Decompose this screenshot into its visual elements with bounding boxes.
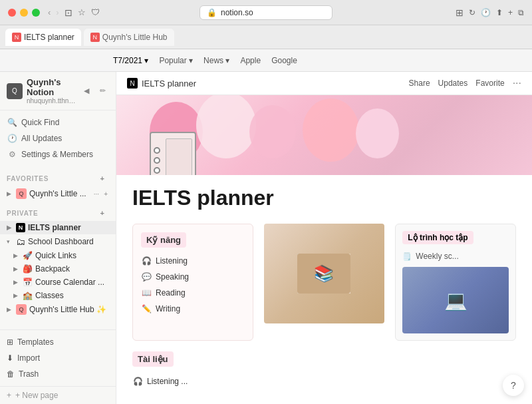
favorite-button[interactable]: Favorite <box>475 79 504 88</box>
new-page-button[interactable]: + + New page <box>0 386 116 404</box>
weekly-sc-item[interactable]: 🗒️ Weekly sc... <box>402 250 509 263</box>
nav-news[interactable]: News ▾ <box>203 56 229 65</box>
content-header-left: N IELTS planner <box>127 78 196 89</box>
sidebar-item-import[interactable]: ⬇ Import <box>0 350 116 366</box>
laptop-image: 💻 <box>402 267 509 333</box>
tab-2-label: Quynh's Little Hub <box>102 33 168 42</box>
screen-share-icon[interactable]: ⊞ <box>456 7 464 18</box>
copy-icon[interactable]: ⧉ <box>518 8 524 17</box>
sidebar-item-backpack[interactable]: ▶ 🎒 Backpack <box>0 262 116 276</box>
user-email: nhuquynh.tthn@imap... <box>27 97 76 104</box>
nav-popular[interactable]: Popular ▾ <box>159 56 193 65</box>
sidebar-item-ielts-planner[interactable]: ▶ N IELTS planner <box>0 221 116 234</box>
sidebar-toggle[interactable]: ⊡ <box>65 7 72 18</box>
user-avatar: Q <box>7 83 23 99</box>
classes-emoji: 🏫 <box>23 291 33 300</box>
balloon-4 <box>303 99 359 162</box>
help-button[interactable]: ? <box>503 375 524 396</box>
star-icon[interactable]: ☆ <box>78 7 86 17</box>
sidebar-item-quick-links[interactable]: ▶ 🚀 Quick Links <box>0 249 116 262</box>
balloon-5 <box>356 108 399 158</box>
sidebar-menu: 🔍 Quick Find 🕐 All Updates ⚙ Settings & … <box>0 110 116 166</box>
add-private-icon[interactable]: + <box>96 206 109 220</box>
sidebar-item-all-updates[interactable]: 🕐 All Updates <box>0 130 116 146</box>
templates-icon: ⊞ <box>7 337 13 347</box>
content-area: N IELTS planner Share Updates Favorite ·… <box>116 72 532 404</box>
page-title: IELTS planner <box>132 186 516 210</box>
speaking-label: Speaking <box>156 272 189 282</box>
refresh-icon[interactable]: ↻ <box>469 8 475 17</box>
lock-icon: 🔒 <box>207 8 217 17</box>
title-bar: ‹ › ⊡ ☆ 🛡 🔒 notion.so ⊞ ↻ 🕐 ⬆ + ⧉ <box>0 0 532 25</box>
sidebar-item-settings[interactable]: ⚙ Settings & Members <box>0 146 116 162</box>
sidebar-item-classes[interactable]: ▶ 🏫 Classes <box>0 289 116 302</box>
share-button[interactable]: Share <box>409 79 430 88</box>
nav-apple[interactable]: Apple <box>240 56 261 65</box>
tab-ielts-planner[interactable]: N IELTS planner <box>5 29 81 46</box>
more-options-button[interactable]: ··· <box>513 77 521 89</box>
sidebar-item-school-dashboard[interactable]: ▾ 🗂 School Dashboard <box>0 234 116 249</box>
balloon-3 <box>249 105 296 158</box>
sidebar: Q Quynh's Notion nhuquynh.tthn@imap... ◀… <box>0 72 116 404</box>
import-label: Import <box>17 353 40 363</box>
favorites-dots-icon[interactable]: ··· <box>92 190 100 198</box>
chevron-right-icon: ▶ <box>7 190 13 197</box>
close-button[interactable] <box>8 9 16 17</box>
chevron-quick-links-icon: ▶ <box>13 252 20 259</box>
sidebar-item-quynh-little[interactable]: ▶ Q Quynh's Little ... ··· + <box>0 186 116 201</box>
sidebar-new-page-icon[interactable]: ✏ <box>96 85 109 98</box>
favorites-label: FAVORITES <box>7 175 49 182</box>
school-dashboard-label: School Dashboard <box>28 237 94 246</box>
private-actions: + <box>96 206 109 220</box>
tab-quynh-hub[interactable]: N Quynh's Little Hub <box>84 29 174 46</box>
ielts-planner-label: IELTS planner <box>28 223 81 232</box>
minimize-button[interactable] <box>20 9 28 17</box>
page-notion-icon: N <box>127 78 138 89</box>
quynh-little-label: Quynh's Little ... <box>29 189 86 198</box>
url-input[interactable]: 🔒 notion.so <box>200 5 332 20</box>
notebook-rings <box>154 147 160 174</box>
speaking-item[interactable]: 💬 Speaking <box>141 269 245 285</box>
sidebar-header-icons: ◀ ✏ <box>80 85 109 98</box>
chevron-hub-icon: ▶ <box>7 306 13 313</box>
sidebar-bottom: ⊞ Templates ⬇ Import 🗑 Trash <box>0 329 116 386</box>
tai-lieu-title: Tài liệu <box>132 351 174 367</box>
maximize-button[interactable] <box>32 9 40 17</box>
listening-doc-item[interactable]: 🎧 Listening ... <box>132 373 516 389</box>
forward-button[interactable]: › <box>56 7 59 17</box>
nav-date[interactable]: T7/2021 ▾ <box>113 56 148 65</box>
nav-google[interactable]: Google <box>271 56 297 65</box>
main-layout: Q Quynh's Notion nhuquynh.tthn@imap... ◀… <box>0 72 532 404</box>
updates-button[interactable]: Updates <box>438 79 468 88</box>
private-section-header: PRIVATE + <box>0 201 116 221</box>
writing-item[interactable]: ✏️ Writing <box>141 301 245 317</box>
listening-icon: 🎧 <box>141 256 152 266</box>
favorites-add-icon[interactable]: + <box>102 190 109 198</box>
sidebar-item-quick-find[interactable]: 🔍 Quick Find <box>0 114 116 130</box>
sidebar-item-quynh-hub[interactable]: ▶ Q Quynh's Little Hub ✨ <box>0 302 116 317</box>
backpack-emoji: 🎒 <box>23 264 33 274</box>
ky-nang-title: Kỹ năng <box>141 232 186 248</box>
back-button[interactable]: ‹ <box>48 7 51 17</box>
classes-label: Classes <box>35 291 64 300</box>
sidebar-item-trash[interactable]: 🗑 Trash <box>0 366 116 382</box>
sidebar-collapse-icon[interactable]: ◀ <box>80 85 93 98</box>
notebook-icon <box>150 132 196 175</box>
share-icon[interactable]: ⬆ <box>496 8 503 17</box>
sidebar-item-templates[interactable]: ⊞ Templates <box>0 334 116 350</box>
add-favorites-icon[interactable]: + <box>96 172 109 185</box>
writing-label: Writing <box>156 304 180 313</box>
add-tab-icon[interactable]: + <box>508 8 513 17</box>
settings-label: Settings & Members <box>21 150 93 159</box>
sidebar-item-course-calendar[interactable]: ▶ 📅 Course Calendar ... <box>0 276 116 289</box>
trash-label: Trash <box>19 369 39 379</box>
writing-icon: ✏️ <box>141 303 152 314</box>
url-text: notion.so <box>221 8 253 17</box>
quynh-hub-avatar: Q <box>16 304 27 315</box>
browser-tabs: N IELTS planner N Quynh's Little Hub <box>0 25 532 49</box>
reading-item[interactable]: 📖 Reading <box>141 285 245 301</box>
school-dashboard-emoji: 🗂 <box>16 236 25 247</box>
listening-label: Listening <box>156 256 188 266</box>
listening-item[interactable]: 🎧 Listening <box>141 253 245 269</box>
listening-doc-label: Listening ... <box>147 377 188 386</box>
